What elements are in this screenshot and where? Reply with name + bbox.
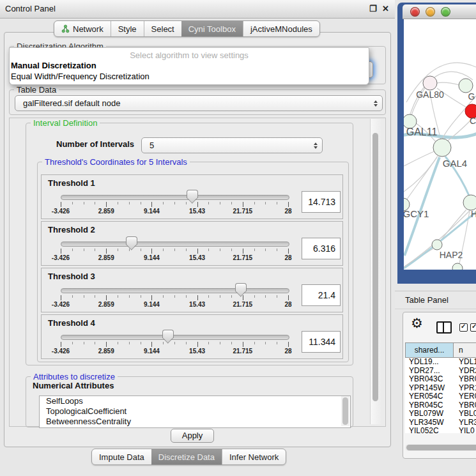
table-panel-titlebar: Table Panel: [395, 291, 476, 309]
scrollbar-thumb[interactable]: [372, 133, 378, 401]
group-title: Table Data: [14, 85, 59, 95]
tab-impute-data[interactable]: Impute Data: [92, 449, 151, 464]
group-title: Threshold's Coordinates for 5 Intervals: [42, 157, 190, 167]
threshold-slider-thumb[interactable]: [235, 283, 247, 291]
threshold-label: Threshold 2: [48, 225, 95, 234]
tab-cyni-toolbox[interactable]: Cyni Toolbox: [181, 21, 243, 36]
network-canvas[interactable]: GAL80GCGAL11GAL4GCY1HHAP2: [404, 19, 476, 270]
threshold-panel: Threshold 1 -3.4262.8599.14415.4321.7152…: [41, 174, 343, 219]
threshold-slider-thumb[interactable]: [187, 190, 198, 198]
threshold-slider-track[interactable]: [61, 288, 289, 293]
gear-icon[interactable]: ⚙: [411, 314, 423, 333]
threshold-value-field[interactable]: 6.316: [302, 238, 341, 259]
network-window-titlebar[interactable]: [403, 4, 476, 19]
tab-discretize-data[interactable]: Discretize Data: [151, 449, 222, 464]
network-edge: [436, 82, 459, 85]
algorithm-dropdown-popup: Select algorithm to view settings Manual…: [9, 47, 369, 85]
table-row[interactable]: YPR145WYPR1: [405, 384, 476, 393]
threshold-value-field[interactable]: 11.344: [302, 331, 341, 353]
tick-label: 9.144: [144, 254, 160, 261]
threshold-slider-thumb[interactable]: [162, 330, 174, 338]
network-node-gal80[interactable]: [423, 76, 437, 90]
network-edge: [445, 119, 472, 143]
dropdown-item-equal-width-frequency-discretization[interactable]: Equal Width/Frequency Discretization: [11, 72, 150, 81]
network-node[interactable]: [452, 263, 463, 270]
attributes-list[interactable]: SelfLoopsTopologicalCoefficientBetweenne…: [39, 395, 351, 428]
tab-select[interactable]: Select: [144, 21, 181, 36]
table-row[interactable]: YBL079WYBL0: [405, 410, 476, 418]
zoom-traffic-light-icon[interactable]: [441, 7, 450, 17]
close-traffic-light-icon[interactable]: [410, 7, 420, 17]
slider-ticks: [61, 295, 288, 301]
dropdown-item-manual-discretization[interactable]: Manual Discretization: [11, 61, 96, 70]
minimize-traffic-light-icon[interactable]: [426, 7, 435, 17]
table-data-combobox[interactable]: galFiltered.sif default node: [15, 95, 383, 111]
table-row[interactable]: YDR27...YDR2: [405, 367, 476, 376]
threshold-panel: Threshold 4 -3.4262.8599.14415.4321.7152…: [41, 314, 343, 359]
tick-label: 21.715: [233, 208, 253, 215]
close-panel-icon[interactable]: ✕: [382, 0, 389, 18]
horizontal-scrollbar[interactable]: [405, 444, 476, 451]
tick-label: -3.426: [52, 348, 70, 355]
slider-ticks: [61, 202, 288, 208]
checkbox-icon[interactable]: [470, 323, 476, 332]
threshold-label: Threshold 3: [48, 272, 95, 281]
top-tab-bar: NetworkStyleSelectCyni ToolboxjActiveMNo…: [54, 20, 320, 37]
table-row[interactable]: YBR045CYBR0: [405, 401, 476, 410]
tab-jactivemnodules[interactable]: jActiveMNodules: [243, 21, 319, 36]
network-canvas-svg: GAL80GCGAL11GAL4GCY1HHAP2: [404, 19, 476, 270]
tab-style[interactable]: Style: [111, 21, 144, 36]
checkbox-icon[interactable]: [459, 323, 468, 332]
group-title: Interval Definition: [31, 118, 100, 128]
scrollbar-thumb[interactable]: [342, 397, 348, 425]
table-row[interactable]: YBR043CYBR0: [405, 375, 476, 384]
tab-infer-network[interactable]: Infer Network: [222, 449, 286, 464]
attribute-item-topologicalcoefficient[interactable]: TopologicalCoefficient: [40, 406, 350, 417]
threshold-value-field[interactable]: 21.4: [302, 284, 341, 306]
threshold-label: Threshold 4: [48, 318, 95, 328]
apply-button[interactable]: Apply: [171, 429, 214, 443]
threshold-slider-thumb[interactable]: [126, 236, 137, 245]
group-title: Attributes to discretize: [31, 372, 118, 381]
network-view-window: GAL80GCGAL11GAL4GCY1HHAP2: [397, 3, 476, 284]
table-row[interactable]: YIL052CYIL0: [405, 427, 476, 433]
stepper-icon: [374, 100, 378, 107]
slider-tick-labels: -3.4262.8599.14415.4321.71528: [61, 208, 288, 215]
slider-tick-labels: -3.4262.8599.14415.4321.71528: [61, 301, 288, 309]
column-header-shared[interactable]: shared...: [405, 342, 454, 358]
table-data-group: Table Data galFiltered.sif default node: [9, 89, 386, 115]
tick-label: -3.426: [52, 208, 70, 215]
tick-label: 2.859: [98, 348, 114, 355]
tick-label: 9.144: [144, 348, 160, 355]
table-row[interactable]: YLR345WYLR3: [405, 418, 476, 427]
interval-definition-group: Interval Definition Number of Intervals …: [26, 123, 353, 365]
tick-label: 9.144: [144, 208, 160, 215]
threshold-slider-track[interactable]: [61, 335, 289, 340]
table-row[interactable]: YER054CYER0: [405, 392, 476, 401]
threshold-slider-track[interactable]: [61, 242, 289, 247]
network-node-g[interactable]: [459, 79, 473, 93]
node-label: G: [468, 91, 475, 102]
table-row[interactable]: YDL19...YDL1: [405, 358, 476, 367]
threshold-label: Threshold 1: [48, 178, 95, 188]
tick-label: 15.43: [189, 208, 205, 215]
tick-label: -3.426: [52, 301, 70, 308]
tick-label: 21.715: [233, 348, 253, 355]
slider-tick-labels: -3.4262.8599.14415.4321.71528: [61, 254, 288, 262]
threshold-value-field[interactable]: 14.713: [302, 191, 341, 213]
vertical-scrollbar[interactable]: [370, 119, 381, 424]
tab-network[interactable]: Network: [54, 21, 111, 36]
columns-icon[interactable]: [436, 321, 452, 334]
scrollbar-thumb[interactable]: [406, 445, 476, 450]
network-node-hap2[interactable]: [432, 240, 442, 250]
attribute-item-selfloops[interactable]: SelfLoops: [40, 396, 350, 406]
column-header-name[interactable]: n: [454, 342, 476, 358]
list-scrollbar[interactable]: [341, 396, 349, 426]
float-window-icon[interactable]: ❐: [369, 0, 377, 18]
table-panel: ⚙ shared... n YDL19...YDL1YDR27...YDR2YB…: [403, 312, 476, 459]
network-node-gal4[interactable]: [433, 139, 451, 157]
threshold-slider-track[interactable]: [61, 195, 289, 200]
attribute-item-betweennesscentrality[interactable]: BetweennessCentrality: [40, 417, 350, 427]
network-node-h[interactable]: [463, 195, 476, 210]
number-of-intervals-combobox[interactable]: 5: [141, 137, 323, 153]
